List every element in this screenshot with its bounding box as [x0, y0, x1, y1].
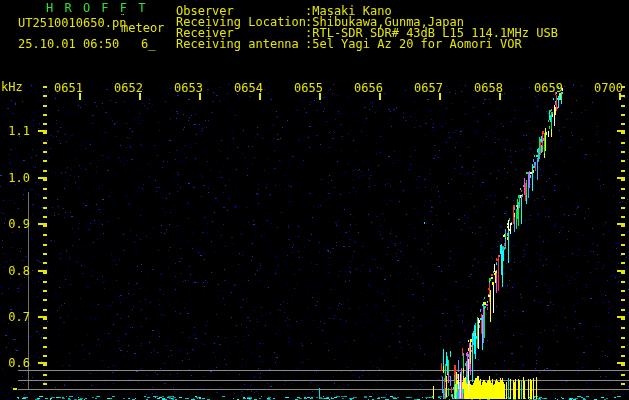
x-tick-label: 0652 [91, 82, 143, 94]
x-tick-label: 0700 [571, 82, 623, 94]
y-tick-label: 0.8 [4, 265, 30, 277]
y-tick-label: 0.7 [4, 311, 30, 323]
info-value-antenna: :5el Yagi Az 20 for Aomori VOR [305, 38, 522, 50]
y-tick-label: 0.6 [4, 357, 30, 369]
meteor-label: meteor [121, 22, 164, 34]
output-filename: UT2510010650.pn [18, 17, 126, 29]
y-tick-label: 1.0 [4, 172, 30, 184]
app-title: H R O F F T [46, 2, 147, 14]
x-tick-label: 0658 [451, 82, 503, 94]
x-tick-label: 0659 [511, 82, 563, 94]
hrofft-screen: H R O F F T UT2510010650.pn ¨ meteor 25.… [0, 0, 629, 400]
x-tick-label: 0653 [151, 82, 203, 94]
y-axis-unit-label: kHz [1, 81, 23, 93]
x-tick-label: 0655 [271, 82, 323, 94]
info-label-antenna: Receiving antenna [176, 38, 299, 50]
x-tick-label: 0657 [391, 82, 443, 94]
x-tick-label: 0654 [211, 82, 263, 94]
x-tick-label: 0656 [331, 82, 383, 94]
x-tick-label: 0651 [31, 82, 83, 94]
spectrogram-canvas [0, 0, 629, 400]
y-tick-label: 0.9 [4, 218, 30, 230]
datetime-label: 25.10.01 06:50 [18, 38, 119, 50]
y-tick-label: 1.1 [4, 125, 30, 137]
counter-value: 6_ [141, 38, 155, 50]
